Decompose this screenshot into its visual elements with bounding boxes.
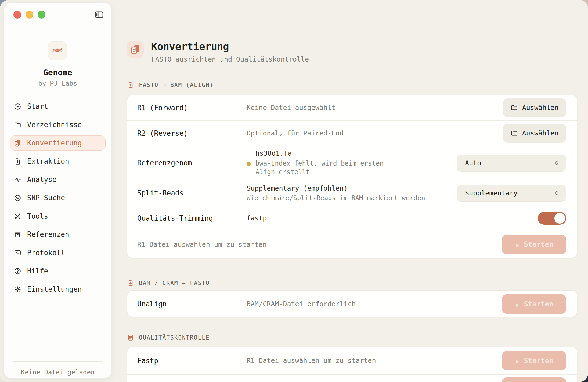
app-window: Genome by PJ Labs Start Verzeichnisse Ko… — [0, 0, 588, 382]
split-reads-value: Supplementary (empfohlen) — [247, 184, 457, 192]
align-start-button[interactable]: Starten — [502, 235, 566, 254]
dna-icon — [51, 44, 64, 58]
page-convert-icon — [127, 41, 144, 58]
sidebar-item-referenzen[interactable]: Referenzen — [10, 227, 106, 242]
warning-dot-icon — [247, 162, 251, 166]
file-upload-icon — [127, 81, 134, 88]
r1-choose-file-button[interactable]: Auswählen — [503, 98, 566, 117]
clipboard-icon — [127, 334, 134, 341]
page-subtitle: FASTQ ausrichten und Qualitätskontrolle — [151, 55, 309, 63]
app-byline: by PJ Labs — [4, 80, 111, 87]
qc-partial-start-button[interactable] — [502, 377, 566, 382]
sidebar-item-extraktion[interactable]: Extraktion — [10, 154, 106, 169]
fastp-start-button[interactable]: Starten — [502, 351, 566, 370]
qc-section-heading: QUALITÄTSKONTROLLE — [127, 334, 210, 341]
chevron-up-down-icon — [554, 190, 560, 196]
terminal-icon — [14, 249, 21, 256]
sidebar-item-label: Verzeichnisse — [27, 121, 82, 129]
file-download-icon — [14, 158, 21, 165]
archive-icon — [14, 231, 21, 238]
gear-icon — [14, 286, 21, 293]
search-circle-icon — [14, 194, 21, 202]
reference-warning: bwa-Index fehlt, wird beim ersten Align … — [247, 159, 457, 176]
page-title: Konvertierung — [151, 41, 309, 53]
unalign-card: Unalign BAM/CRAM-Datei erforderlich Star… — [127, 290, 577, 317]
unalign-label: Unalign — [137, 300, 247, 308]
trimming-toggle[interactable] — [538, 212, 566, 225]
convert-icon — [14, 140, 21, 147]
fastp-label: Fastp — [137, 357, 247, 365]
unalign-row: Unalign BAM/CRAM-Datei erforderlich Star… — [127, 291, 577, 317]
sidebar-item-protokoll[interactable]: Protokoll — [10, 245, 106, 260]
toggle-knob — [554, 213, 565, 224]
sidebar-item-label: Tools — [27, 212, 48, 220]
split-reads-select[interactable]: Supplementary — [457, 185, 566, 202]
reference-row: Referenzgenom hs38d1.fa bwa-Index fehlt,… — [127, 146, 577, 180]
sidebar-item-label: Einstellungen — [27, 285, 82, 293]
sidebar-item-label: Protokoll — [27, 249, 65, 257]
fastp-row: Fastp R1-Datei auswählen um zu starten S… — [127, 347, 577, 374]
play-icon — [515, 242, 520, 247]
play-icon — [515, 358, 520, 363]
sidebar-item-label: Analyse — [27, 176, 57, 184]
sidebar: Genome by PJ Labs Start Verzeichnisse Ko… — [4, 3, 112, 379]
window-controls — [13, 11, 45, 19]
sidebar-toggle-icon[interactable] — [94, 10, 104, 20]
unalign-section-heading: BAM / CRAM → FASTQ — [127, 280, 210, 287]
qc-card: Fastp R1-Datei auswählen um zu starten S… — [127, 347, 577, 382]
align-section-heading: FASTQ → BAM (ALIGN) — [127, 81, 214, 88]
fastp-hint: R1-Datei auswählen um zu starten — [247, 357, 502, 365]
sidebar-nav: Start Verzeichnisse Konvertierung Extrak… — [10, 99, 106, 297]
r2-choose-file-button[interactable]: Auswählen — [503, 124, 566, 143]
sidebar-item-analyse[interactable]: Analyse — [10, 172, 106, 187]
sidebar-item-snp-suche[interactable]: SNP Suche — [10, 190, 106, 205]
page-header: Konvertierung FASTQ ausrichten und Quali… — [127, 41, 309, 63]
sidebar-item-label: Hilfe — [27, 267, 48, 275]
reference-filename: hs38d1.fa — [255, 149, 457, 157]
pulse-icon — [14, 176, 21, 183]
sidebar-item-label: Konvertierung — [27, 139, 82, 147]
r1-hint: Keine Datei ausgewählt — [247, 104, 503, 112]
reference-select[interactable]: Auto — [457, 155, 566, 172]
play-icon — [515, 301, 520, 307]
align-start-hint: R1-Datei auswählen um zu starten — [137, 241, 267, 248]
sidebar-item-label: SNP Suche — [27, 194, 65, 202]
folder-icon — [511, 104, 518, 111]
unalign-start-button[interactable]: Starten — [502, 294, 566, 314]
sidebar-item-konvertierung[interactable]: Konvertierung — [10, 135, 106, 151]
sidebar-item-label: Extraktion — [27, 157, 69, 165]
sidebar-item-hilfe[interactable]: Hilfe — [10, 263, 106, 279]
file-download-icon — [127, 280, 134, 287]
split-reads-description: Wie chimäre/Split-Reads im BAM markiert … — [247, 194, 457, 202]
sidebar-divider — [13, 92, 103, 92]
app-name: Genome — [4, 68, 111, 77]
trimming-row: Qualitäts-Trimming fastp — [127, 206, 577, 230]
sidebar-item-tools[interactable]: Tools — [10, 209, 106, 224]
app-logo — [48, 41, 67, 60]
r1-row: R1 (Forward) Keine Datei ausgewählt Ausw… — [127, 95, 577, 120]
sidebar-item-einstellungen[interactable]: Einstellungen — [10, 282, 106, 297]
chevron-up-down-icon — [554, 160, 560, 166]
close-button[interactable] — [13, 11, 21, 19]
sidebar-footer-divider — [13, 361, 103, 362]
r2-hint: Optional, für Paired-End — [247, 129, 503, 137]
trimming-value: fastp — [247, 214, 538, 222]
sidebar-item-label: Start — [27, 102, 48, 110]
play-circle-icon — [14, 103, 21, 110]
file-status-text: Keine Datei geladen — [4, 369, 111, 376]
minimize-button[interactable] — [26, 11, 33, 19]
folder-icon — [14, 121, 21, 128]
unalign-hint: BAM/CRAM-Datei erforderlich — [247, 300, 502, 308]
r1-label: R1 (Forward) — [137, 104, 247, 112]
r2-row: R2 (Reverse) Optional, für Paired-End Au… — [127, 120, 577, 146]
align-card: R1 (Forward) Keine Datei ausgewählt Ausw… — [127, 95, 577, 258]
trimming-label: Qualitäts-Trimming — [137, 214, 247, 222]
sidebar-item-start[interactable]: Start — [10, 99, 106, 114]
align-footer-row: R1-Datei auswählen um zu starten Starten — [127, 230, 577, 258]
folder-icon — [511, 130, 518, 137]
sidebar-item-verzeichnisse[interactable]: Verzeichnisse — [10, 117, 106, 132]
split-reads-row: Split-Reads Supplementary (empfohlen) Wi… — [127, 180, 577, 206]
sidebar-item-label: Referenzen — [27, 230, 69, 238]
zoom-button[interactable] — [38, 11, 45, 19]
r2-label: R2 (Reverse) — [137, 129, 247, 137]
